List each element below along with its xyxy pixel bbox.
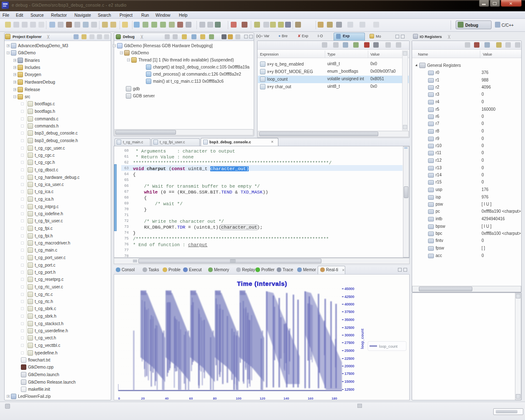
svg-text:140: 140 [283, 397, 289, 400]
svg-text:22500: 22500 [344, 356, 354, 361]
svg-text:0: 0 [118, 397, 120, 400]
svg-text:180: 180 [331, 397, 337, 400]
svg-text:100: 100 [236, 397, 242, 400]
svg-text:35000: 35000 [344, 318, 354, 322]
svg-text:20000: 20000 [344, 364, 354, 368]
svg-text:15000: 15000 [344, 379, 354, 384]
svg-text:17500: 17500 [344, 372, 354, 376]
svg-text:12500: 12500 [344, 387, 354, 392]
svg-text:32500: 32500 [344, 326, 354, 330]
svg-text:37500: 37500 [344, 310, 354, 314]
svg-text:27500: 27500 [344, 341, 354, 345]
svg-text:40000: 40000 [344, 302, 354, 306]
svg-text:45000: 45000 [344, 287, 354, 291]
svg-text:40: 40 [165, 397, 169, 400]
svg-text:loop_count: loop_count [360, 329, 364, 349]
svg-text:20: 20 [141, 397, 145, 400]
svg-text:80: 80 [213, 397, 217, 400]
svg-text:60: 60 [189, 397, 193, 400]
svg-text:160: 160 [308, 397, 313, 400]
svg-text:Time (Intervals): Time (Intervals) [237, 280, 287, 287]
svg-text:loop_count: loop_count [379, 344, 398, 349]
svg-text:25000: 25000 [344, 349, 354, 353]
svg-text:120: 120 [260, 397, 265, 400]
svg-text:42500: 42500 [344, 295, 354, 299]
svg-text:30000: 30000 [344, 333, 354, 337]
